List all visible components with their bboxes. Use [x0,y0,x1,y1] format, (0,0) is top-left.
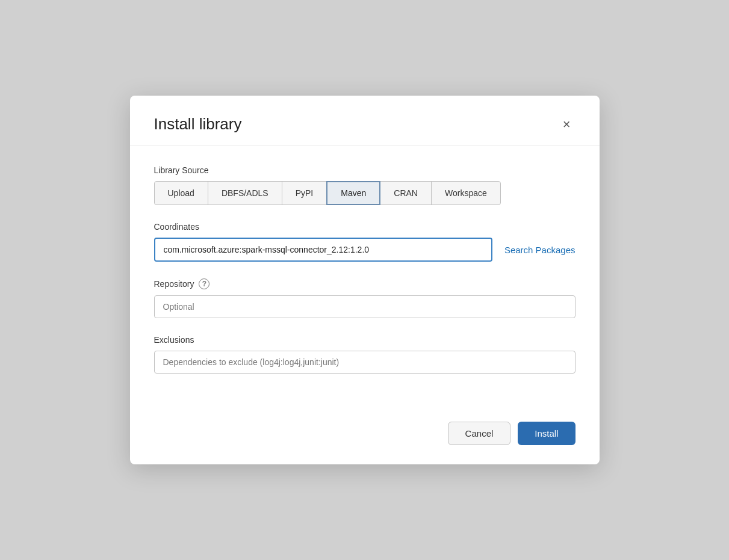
tab-pypi[interactable]: PyPI [282,181,327,205]
library-source-label: Library Source [154,165,575,175]
install-button[interactable]: Install [518,422,575,445]
dialog-body: Library Source Upload DBFS/ADLS PyPI Mav… [130,146,600,410]
coordinates-group: Coordinates Search Packages [154,222,575,262]
close-button[interactable]: × [558,115,575,134]
tab-cran[interactable]: CRAN [380,181,432,205]
tab-upload[interactable]: Upload [154,181,208,205]
help-icon: ? [199,278,209,289]
coordinates-label: Coordinates [154,222,575,232]
search-packages-link[interactable]: Search Packages [504,245,575,255]
repository-label: Repository [154,279,194,289]
cancel-button[interactable]: Cancel [448,422,511,445]
exclusions-label: Exclusions [154,335,575,345]
dialog-footer: Cancel Install [130,410,600,464]
dialog-title: Install library [154,115,242,134]
tab-workspace[interactable]: Workspace [431,181,501,205]
exclusions-input[interactable] [154,351,575,374]
repository-label-row: Repository ? [154,278,575,289]
coordinates-input[interactable] [154,238,492,262]
install-library-dialog: Install library × Library Source Upload … [130,96,600,464]
library-source-group: Library Source Upload DBFS/ADLS PyPI Mav… [154,165,575,205]
dialog-overlay: Install library × Library Source Upload … [0,0,729,560]
repository-input[interactable] [154,295,575,318]
tab-dbfs[interactable]: DBFS/ADLS [208,181,282,205]
tab-maven[interactable]: Maven [326,181,380,205]
exclusions-group: Exclusions [154,335,575,374]
dialog-header: Install library × [130,96,600,146]
coordinates-row: Search Packages [154,238,575,262]
source-tabs: Upload DBFS/ADLS PyPI Maven CRAN Workspa… [154,181,575,205]
repository-group: Repository ? [154,278,575,318]
